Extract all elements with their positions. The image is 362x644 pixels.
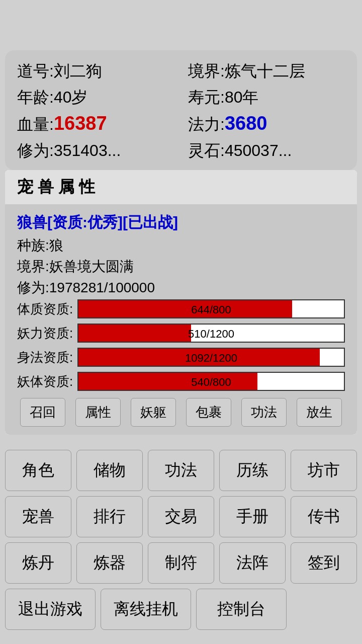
cultivation: 修为:351403... <box>17 140 188 161</box>
pet-action-button[interactable]: 妖躯 <box>131 398 176 427</box>
stat-bar-row: 身法资质: 1092/1200 <box>17 348 345 367</box>
pet-action-button[interactable]: 包裹 <box>186 398 231 427</box>
menu-row: 宠兽排行交易手册传书 <box>5 496 357 537</box>
pet-panel: 宠 兽 属 性 狼兽[资质:优秀][已出战] 种族:狼 境界:妖兽境大圆满 修为… <box>5 170 357 435</box>
menu-button[interactable]: 制符 <box>148 542 214 584</box>
menu-button[interactable]: 角色 <box>5 450 71 491</box>
character-panel: 道号:刘二狗 境界:炼气十二层 年龄:40岁 寿元:80年 血量:16387 法… <box>5 50 357 170</box>
menu-button[interactable]: 炼丹 <box>5 542 71 584</box>
realm: 境界:炼气十二层 <box>188 60 345 83</box>
stat-bar-outer: 1092/1200 <box>77 348 345 367</box>
spirit-stones: 灵石:450037... <box>188 140 345 161</box>
menu-row: 退出游戏离线挂机控制台 <box>5 589 357 630</box>
stat-bar-label: 身法资质: <box>17 349 77 366</box>
menu-button[interactable]: 签到 <box>291 542 357 584</box>
stat-bars: 体质资质: 644/800 妖力资质: 510/1200 身法资质: 1092/… <box>17 299 345 391</box>
pet-action-button[interactable]: 召回 <box>20 398 65 427</box>
pet-panel-header: 宠 兽 属 性 <box>5 170 357 204</box>
menu-row: 炼丹炼器制符法阵签到 <box>5 542 357 584</box>
menu-button[interactable]: 宠兽 <box>5 496 71 537</box>
age: 年龄:40岁 <box>17 87 188 109</box>
menu-button[interactable]: 排行 <box>76 496 143 537</box>
pet-action-buttons: 召回属性妖躯包裹功法放生 <box>17 398 345 427</box>
blood: 血量:16387 <box>17 113 188 136</box>
stat-bar-label: 妖体资质: <box>17 373 77 390</box>
pet-realm: 境界:妖兽境大圆满 <box>17 257 345 276</box>
stat-bar-text: 644/800 <box>78 300 344 318</box>
pet-race: 种族:狼 <box>17 236 345 255</box>
pet-body: 狼兽[资质:优秀][已出战] 种族:狼 境界:妖兽境大圆满 修为:1978281… <box>5 204 357 435</box>
menu-button[interactable]: 炼器 <box>76 542 143 584</box>
lifespan: 寿元:80年 <box>188 87 345 109</box>
stat-bar-outer: 510/1200 <box>77 324 345 343</box>
stat-bar-label: 体质资质: <box>17 300 77 318</box>
menu-button[interactable]: 控制台 <box>196 589 287 630</box>
dao-hao: 道号:刘二狗 <box>17 60 188 83</box>
stat-bar-row: 妖力资质: 510/1200 <box>17 324 345 343</box>
stat-bar-text: 510/1200 <box>78 325 344 343</box>
menu-button[interactable]: 退出游戏 <box>5 589 96 630</box>
mana: 法力:3680 <box>188 113 345 136</box>
stat-bar-text: 540/800 <box>78 373 344 391</box>
pet-name: 狼兽[资质:优秀][已出战] <box>17 212 345 233</box>
main-menu: 角色储物功法历练坊市宠兽排行交易手册传书炼丹炼器制符法阵签到退出游戏离线挂机控制… <box>5 450 357 630</box>
menu-button[interactable]: 传书 <box>291 496 357 537</box>
stat-bar-row: 体质资质: 644/800 <box>17 299 345 318</box>
stat-bar-label: 妖力资质: <box>17 325 77 342</box>
menu-button[interactable]: 储物 <box>76 450 143 491</box>
menu-button[interactable]: 法阵 <box>219 542 286 584</box>
stat-bar-outer: 644/800 <box>77 299 345 318</box>
pet-action-button[interactable]: 属性 <box>75 398 121 427</box>
menu-button[interactable]: 交易 <box>148 496 214 537</box>
stat-bar-row: 妖体资质: 540/800 <box>17 372 345 391</box>
menu-button[interactable]: 离线挂机 <box>101 589 191 630</box>
stat-bar-text: 1092/1200 <box>78 349 344 367</box>
pet-action-button[interactable]: 放生 <box>297 398 342 427</box>
pet-cultivation: 修为:1978281/100000 <box>17 278 345 297</box>
stat-bar-outer: 540/800 <box>77 372 345 391</box>
pet-action-button[interactable]: 功法 <box>241 398 287 427</box>
menu-button[interactable]: 历练 <box>219 450 286 491</box>
menu-button[interactable]: 手册 <box>219 496 286 537</box>
menu-button[interactable]: 坊市 <box>291 450 357 491</box>
menu-button[interactable]: 功法 <box>148 450 214 491</box>
menu-row: 角色储物功法历练坊市 <box>5 450 357 491</box>
